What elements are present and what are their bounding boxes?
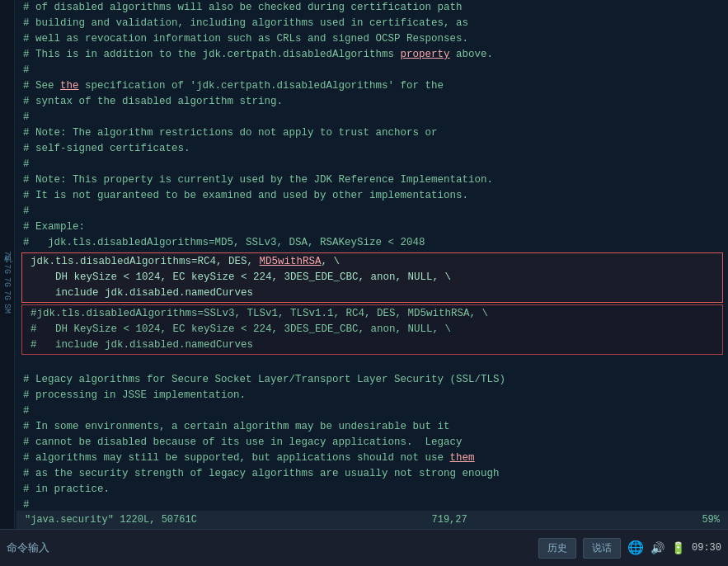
sidebar-label-7g2: 7G [2,264,12,274]
vim-statusline: "java.security" 1220L, 50761C 719,27 59% [16,511,728,529]
line-5: # [16,63,728,78]
line-3: # well as revocation information such as… [16,31,728,47]
line-30: # as the security strength of legacy alg… [16,466,728,482]
taskbar-right: 历史 说话 🌐 🔊 🔋 09:30 [538,538,721,559]
sidebar-label-sm: SM [2,304,12,314]
battery-icon[interactable]: 🔋 [671,541,685,555]
line-empty [16,356,728,372]
line-18: DH keySize < 1024, EC keySize < 224, 3DE… [24,270,721,285]
line-22: # include jdk.disabled.namedCurves [24,337,721,353]
position-status: 719,27 [432,514,467,526]
sound-icon[interactable]: 🔊 [651,541,665,555]
line-9: # Note: The algorithm restrictions do no… [16,125,728,141]
line-17: jdk.tls.disabledAlgorithms=RC4, DES, MD5… [24,254,721,270]
line-31: # in practice. [16,482,728,498]
line-10: # self-signed certificates. [16,141,728,157]
line-27: # In some environments, a certain algori… [16,419,728,435]
filename-status: "java.security" 1220L, 50761C [25,514,197,526]
line-1: # of disabled algorithms will also be ch… [16,0,728,16]
cmd-label: 命令输入 [7,540,49,555]
highlight-block-1: jdk.tls.disabledAlgorithms=RC4, DES, MD5… [21,252,723,303]
line-11: # [16,157,728,172]
line-12: # Note: This property is currently used … [16,172,728,188]
line-21: # DH KeySize < 1024, EC keySize < 224, 3… [24,322,721,337]
line-19: include jdk.disabled.namedCurves [24,285,721,301]
sidebar-label-7g1: 7G [2,251,12,261]
percent-status: 59% [702,514,720,526]
line-13: # It is not guaranteed to be examined an… [16,188,728,204]
highlight-block-2: #jdk.tls.disabledAlgorithms=SSLv3, TLSv1… [21,304,723,355]
sidebar-label-7g4: 7G [2,290,12,300]
line-25: # processing in JSSE implementation. [16,388,728,403]
line-15: # Example: [16,219,728,235]
line-4: # This is in addition to the jdk.certpat… [16,47,728,63]
line-7: # syntax of the disabled algorithm strin… [16,94,728,110]
line-28: # cannot be disabled because of its use … [16,435,728,450]
line-24: # Legacy algorithms for Secure Socket La… [16,372,728,388]
line-6: # See the specification of 'jdk.certpath… [16,78,728,94]
talk-button[interactable]: 说话 [583,538,621,559]
time-display: 09:30 [692,542,721,554]
left-sidebar: 机 7G 7G 7G 7G SM [0,0,15,529]
network-icon[interactable]: 🌐 [627,540,644,556]
line-26: # [16,403,728,419]
taskbar-left: 命令输入 [7,540,219,555]
line-16: # jdk.tls.disabledAlgorithms=MD5, SSLv3,… [16,235,728,251]
line-29: # algorithms may still be supported, but… [16,450,728,466]
editor-area: 机 7G 7G 7G 7G SM # of disabled algorithm… [0,0,728,529]
sidebar-label-7g3: 7G [2,277,12,287]
cmd-input[interactable] [54,542,219,554]
line-14: # [16,204,728,219]
taskbar: 命令输入 历史 说话 🌐 🔊 🔋 09:30 [0,529,728,566]
line-2: # building and validation, including alg… [16,16,728,31]
line-8: # [16,110,728,125]
history-button[interactable]: 历史 [538,538,576,559]
line-20: #jdk.tls.disabledAlgorithms=SSLv3, TLSv1… [24,306,721,322]
